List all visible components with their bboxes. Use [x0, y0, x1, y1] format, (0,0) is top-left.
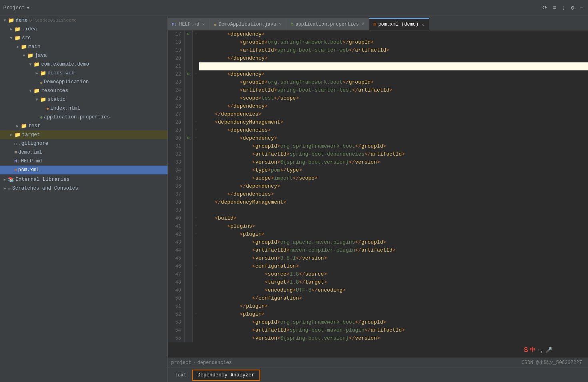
line-fold-46[interactable]: −: [193, 262, 199, 270]
sidebar-item-idea[interactable]: ▶ 📁 .idea: [0, 25, 167, 34]
list-icon[interactable]: ≡: [551, 4, 558, 12]
line-num-25: 25: [168, 94, 185, 102]
sidebar-item-scratches[interactable]: ▶ ✏ Scratches and Consoles: [0, 184, 167, 193]
sort-icon[interactable]: ↕: [560, 4, 567, 12]
sync-icon[interactable]: ⟳: [541, 4, 549, 12]
line-num-27: 27: [168, 110, 185, 118]
editor-content[interactable]: 17 ⚙ − <dependency> 18 <groupId>org.spri…: [168, 30, 588, 358]
line-gutter-43: [185, 238, 193, 246]
line-fold-44: [193, 246, 199, 254]
editor-area: M↓ HELP.md ✕ ☕ DemoApplication.java ✕ ⚙ …: [168, 16, 588, 382]
line-fold-28[interactable]: −: [193, 118, 199, 126]
line-num-49: 49: [168, 286, 185, 294]
line-code-25: <scope>test</scope>: [199, 94, 299, 102]
sidebar-item-index-html[interactable]: ▶ ◈ index.html: [0, 104, 167, 113]
tab-pom-xml-close[interactable]: ✕: [421, 22, 425, 27]
line-fold-40[interactable]: −: [193, 214, 199, 222]
code-line-54: 54 <artifactId>spring-boot-maven-plugin<…: [168, 326, 588, 334]
code-line-20: 20 </dependency>: [168, 54, 588, 62]
code-line-47: 47 <source>1.8</source>: [168, 270, 588, 278]
line-fold-17[interactable]: −: [193, 30, 199, 38]
bottom-tab-dependency-analyzer[interactable]: Dependency Analyzer: [192, 370, 260, 381]
line-num-34: 34: [168, 166, 185, 174]
bottom-tab-text[interactable]: Text: [169, 370, 192, 381]
line-fold-30[interactable]: −: [193, 134, 199, 142]
sidebar-root[interactable]: ▼ 📁 demo D:\code202311\demo: [0, 16, 167, 25]
tab-app-props-close[interactable]: ✕: [361, 22, 365, 27]
line-fold-49: [193, 286, 199, 294]
breadcrumb-part-0[interactable]: project: [171, 360, 191, 366]
line-fold-51: [193, 302, 199, 310]
line-fold-41[interactable]: −: [193, 222, 199, 230]
sidebar-item-java[interactable]: ▼ 📁 java: [0, 51, 167, 60]
sidebar-item-target[interactable]: ▶ 📁 target: [0, 130, 167, 139]
sidebar-item-app-props[interactable]: ▶ ⚙ application.properties: [0, 113, 167, 122]
line-fold-19: [193, 46, 199, 54]
line-fold-22[interactable]: −: [193, 70, 199, 78]
minimize-icon[interactable]: −: [578, 4, 585, 12]
sidebar-item-resources[interactable]: ▼ 📁 resources: [0, 86, 167, 95]
sidebar-item-static[interactable]: ▼ 📁 static: [0, 95, 167, 104]
sidebar-item-src[interactable]: ▼ 📁 src: [0, 34, 167, 42]
sidebar-item-test[interactable]: ▶ 📁 test: [0, 122, 167, 130]
line-fold-29[interactable]: −: [193, 126, 199, 134]
settings-icon[interactable]: ⚙: [569, 4, 576, 12]
tab-xml-icon: m: [373, 22, 376, 27]
sidebar-item-iml[interactable]: ▶ ■ demo.iml: [0, 148, 167, 157]
main-folder-icon: 📁: [21, 44, 27, 50]
sidebar: ▼ 📁 demo D:\code202311\demo ▶ 📁 .idea ▼ …: [0, 16, 168, 382]
line-num-45: 45: [168, 254, 185, 262]
sidebar-item-com-example[interactable]: ▼ 📁 com.example.demo: [0, 60, 167, 69]
sidebar-item-gitignore[interactable]: ▶ ◻ .gitignore: [0, 139, 167, 148]
sidebar-item-demo-application[interactable]: ▶ ☕ DemoApplication: [0, 78, 167, 86]
sidebar-item-main[interactable]: ▼ 📁 main: [0, 42, 167, 51]
code-line-37: 37 </dependencies>: [168, 190, 588, 198]
line-num-40: 40: [168, 214, 185, 222]
line-fold-32: [193, 150, 199, 158]
line-gutter-55: [185, 334, 193, 342]
tab-java-icon: ☕: [214, 22, 217, 27]
sidebar-item-external-libraries[interactable]: ▶ 📚 External Libraries: [0, 175, 167, 184]
line-num-53: 53: [168, 318, 185, 326]
line-code-24: <artifactId>spring-boot-starter-test</ar…: [199, 86, 393, 94]
line-gutter-35: [185, 174, 193, 182]
line-code-52: <plugin>: [199, 310, 265, 318]
sougou-dot-icon: ·,: [537, 347, 544, 353]
props-file-icon: ⚙: [40, 115, 43, 120]
tab-demo-app-close[interactable]: ✕: [278, 22, 283, 27]
line-code-39: [199, 206, 205, 214]
code-line-34: 34 <type>pom</type>: [168, 166, 588, 174]
sidebar-item-demos-web[interactable]: ▶ 📁 demos.web: [0, 69, 167, 78]
code-line-49: 49 <encoding>UTF-8</encoding>: [168, 286, 588, 294]
line-code-53: <groupId>org.springframework.boot</group…: [199, 318, 386, 326]
code-line-21: 21: [168, 62, 588, 70]
line-fold-25: [193, 94, 199, 102]
sidebar-item-help-md[interactable]: ▶ M↓ HELP.md: [0, 157, 167, 166]
tab-app-props-label: application.properties: [295, 22, 359, 27]
line-fold-42[interactable]: −: [193, 230, 199, 238]
line-code-35: <scope>import</scope>: [199, 174, 318, 182]
code-line-39: 39: [168, 206, 588, 214]
line-gutter-23: [185, 78, 193, 86]
sidebar-item-pom-xml[interactable]: ▶ m pom.xml: [0, 166, 167, 174]
src-folder-icon: 📁: [14, 35, 21, 41]
tab-bar: M↓ HELP.md ✕ ☕ DemoApplication.java ✕ ⚙ …: [168, 16, 588, 30]
line-num-28: 28: [168, 118, 185, 126]
tab-demo-app-label: DemoApplication.java: [219, 22, 276, 27]
tab-help-md-close[interactable]: ✕: [201, 22, 206, 27]
breadcrumb-sep-0: ›: [193, 360, 195, 366]
tab-pom-xml[interactable]: m pom.xml (demo) ✕: [369, 18, 429, 30]
line-num-31: 31: [168, 142, 185, 150]
line-fold-52[interactable]: −: [193, 310, 199, 318]
tab-app-props[interactable]: ⚙ application.properties ✕: [287, 18, 370, 30]
code-line-55: 55 <version>${spring-boot.version}</vers…: [168, 334, 588, 342]
project-dropdown-icon[interactable]: ▾: [27, 5, 30, 11]
main-arrow: ▼: [14, 45, 21, 49]
external-libraries-label: External Libraries: [16, 177, 70, 182]
pom-icon: m: [14, 168, 17, 172]
tab-help-md[interactable]: M↓ HELP.md ✕: [168, 18, 210, 30]
tab-demo-application[interactable]: ☕ DemoApplication.java ✕: [210, 18, 287, 30]
line-code-40: <build>: [199, 214, 237, 222]
breadcrumb-part-1[interactable]: dependencies: [197, 360, 232, 366]
code-line-41: 41 − <plugins>: [168, 222, 588, 230]
